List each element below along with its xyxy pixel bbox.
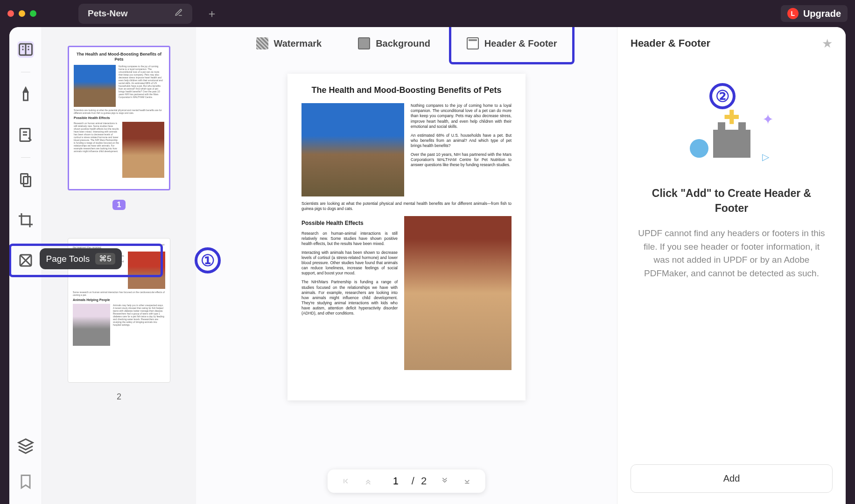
header-footer-icon [467,37,479,49]
document-page: The Health and Mood-Boosting Benefits of… [287,74,526,400]
titlebar: Pets-New ＋ L Upgrade [0,0,855,27]
doc-subtitle: Possible Health Effects [301,220,398,227]
tooltip-shortcut: ⌘5 [95,253,115,265]
reader-mode-icon[interactable] [17,41,34,58]
thumbnail-number-2: 2 [117,392,121,402]
total-pages: 2 [421,475,427,487]
document-tab[interactable]: Pets-New [78,4,192,24]
empty-state-illustration: ✚ ✦ ▷ [690,106,774,167]
thumbnail-page-1[interactable]: The Health and Mood-Boosting Benefits of… [68,46,170,190]
next-page-button[interactable] [441,477,449,485]
window-controls [7,10,36,17]
panel-body: ✚ ✦ ▷ Click "Add" to Create Header & Foo… [617,60,846,464]
page-view[interactable]: The Health and Mood-Boosting Benefits of… [196,60,617,504]
callout-one: ① [195,247,221,273]
callout-two: ② [709,83,736,109]
doc-text-block: Possible Health Effects Research on huma… [301,216,398,370]
crop-tool-icon[interactable] [17,212,34,229]
last-page-button[interactable] [463,477,471,485]
background-label: Background [376,38,430,49]
main-area: Watermark Background Header & Footer ② T… [196,27,617,504]
doc-text-block: Nothing compares to the joy of coming ho… [411,103,512,196]
left-toolbar: Page Tools ⌘5 ① [9,27,42,504]
page-separator: / [412,475,414,487]
tooltip-label: Page Tools [46,254,90,264]
maximize-window-button[interactable] [30,10,36,17]
page-navigator: / 2 [328,469,485,493]
organize-pages-icon[interactable] [17,172,34,189]
layers-icon[interactable] [17,438,34,455]
doc-title: The Health and Mood-Boosting Benefits of… [301,85,512,96]
page-tools-tooltip: Page Tools ⌘5 [40,248,122,269]
panel-title: Header & Footer [631,37,710,49]
watermark-label: Watermark [274,38,322,49]
page-tools-icon[interactable]: Page Tools ⌘5 ① [17,252,34,269]
current-page-input[interactable] [386,475,405,487]
tab-title: Pets-New [88,8,128,19]
divider [21,72,30,72]
bookmark-icon[interactable] [17,473,34,490]
comment-tool-icon[interactable] [17,86,34,103]
add-button[interactable]: Add [631,464,833,493]
header-footer-button[interactable]: Header & Footer [460,34,564,53]
minimize-window-button[interactable] [19,10,25,17]
upgrade-button[interactable]: L Upgrade [781,5,848,22]
user-badge: L [787,8,799,19]
header-footer-label: Header & Footer [484,38,557,49]
panel-header: Header & Footer ★ [617,27,846,60]
doc-image-cat [301,103,404,196]
upgrade-label: Upgrade [803,8,841,19]
edit-pdf-icon[interactable] [17,126,34,143]
doc-image-dog [404,216,512,370]
prev-page-button[interactable] [364,477,372,485]
doc-span-text: Scientists are looking at what the poten… [301,201,512,211]
watermark-button[interactable]: Watermark [250,34,329,53]
app-window: Page Tools ⌘5 ① The Health and Mood-Boos… [9,27,846,504]
thumbnail-number-1: 1 [112,200,126,210]
svg-rect-1 [23,92,28,100]
page-number-display: / 2 [386,475,427,487]
panel-heading: Click "Add" to Create Header & Footer [636,186,827,216]
background-icon [358,37,370,49]
new-tab-button[interactable]: ＋ [206,6,217,21]
background-button[interactable]: Background [351,34,437,53]
watermark-icon [256,37,268,49]
page-tools-toolbar: Watermark Background Header & Footer [196,27,617,60]
divider [21,157,30,158]
thumb-title: The Health and Mood-Boosting Benefits of… [74,52,164,62]
edit-tab-icon[interactable] [175,8,183,19]
favorite-icon[interactable]: ★ [822,36,833,51]
first-page-button[interactable] [342,477,350,485]
panel-description: UPDF cannot find any headers or footers … [636,227,827,280]
close-window-button[interactable] [7,10,14,17]
